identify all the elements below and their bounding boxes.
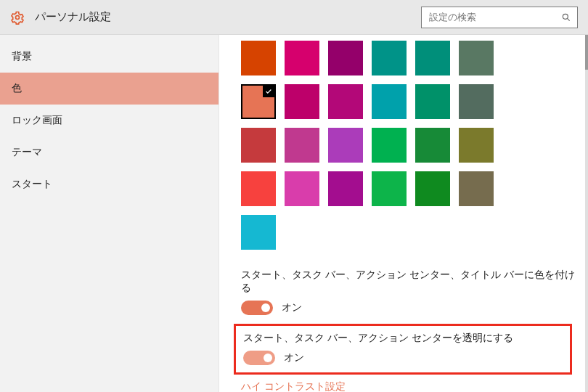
color-swatch[interactable] bbox=[285, 171, 319, 206]
setting-transparent-label: スタート、タスク バー、アクション センターを透明にする bbox=[243, 332, 570, 345]
sidebar-item-4[interactable]: スタート bbox=[0, 168, 219, 200]
toggle-colorize-state: オン bbox=[282, 301, 302, 314]
toggle-transparent[interactable]: オン bbox=[243, 351, 570, 365]
sidebar-item-0[interactable]: 背景 bbox=[0, 41, 219, 73]
color-swatch[interactable] bbox=[372, 128, 407, 163]
color-swatch[interactable] bbox=[328, 171, 363, 206]
gear-icon bbox=[10, 10, 25, 25]
color-swatch[interactable] bbox=[328, 84, 363, 119]
color-swatch[interactable] bbox=[285, 41, 319, 75]
titlebar: パーソナル設定 bbox=[0, 0, 588, 35]
color-swatch[interactable] bbox=[415, 41, 450, 75]
sidebar-item-2[interactable]: ロック画面 bbox=[0, 105, 219, 136]
search-box[interactable] bbox=[421, 7, 578, 28]
svg-point-0 bbox=[16, 15, 20, 19]
setting-colorize-label: スタート、タスク バー、アクション センター、タイトル バーに色を付ける bbox=[241, 269, 584, 295]
color-swatch[interactable] bbox=[285, 128, 319, 163]
color-swatch[interactable] bbox=[372, 84, 407, 119]
toggle-transparent-state: オン bbox=[284, 351, 304, 364]
color-swatch[interactable] bbox=[415, 84, 450, 119]
scrollbar-thumb[interactable] bbox=[585, 35, 588, 70]
color-swatch[interactable] bbox=[459, 171, 494, 206]
svg-line-2 bbox=[567, 18, 569, 20]
color-swatch[interactable] bbox=[328, 41, 363, 75]
color-swatch[interactable] bbox=[241, 128, 276, 163]
search-icon bbox=[561, 12, 571, 23]
color-swatch[interactable] bbox=[241, 215, 276, 250]
color-swatch[interactable] bbox=[459, 84, 494, 119]
high-contrast-link[interactable]: ハイ コントラスト設定 bbox=[241, 380, 584, 392]
color-swatch[interactable] bbox=[415, 171, 450, 206]
color-swatch[interactable] bbox=[372, 171, 407, 206]
color-swatch[interactable] bbox=[372, 41, 407, 75]
sidebar-item-1[interactable]: 色 bbox=[0, 73, 219, 105]
highlight-box: スタート、タスク バー、アクション センターを透明にする オン bbox=[234, 324, 572, 375]
svg-point-1 bbox=[563, 14, 568, 19]
page-title: パーソナル設定 bbox=[35, 10, 111, 24]
scrollbar[interactable] bbox=[585, 35, 588, 392]
color-swatch-grid bbox=[219, 35, 584, 258]
toggle-colorize[interactable]: オン bbox=[241, 301, 584, 315]
search-input[interactable] bbox=[428, 11, 561, 23]
check-icon bbox=[263, 86, 274, 97]
color-swatch[interactable] bbox=[459, 128, 494, 163]
color-swatch[interactable] bbox=[241, 171, 276, 206]
color-swatch[interactable] bbox=[241, 84, 276, 119]
color-swatch[interactable] bbox=[285, 84, 319, 119]
color-swatch[interactable] bbox=[459, 41, 494, 75]
color-swatch[interactable] bbox=[241, 41, 276, 75]
sidebar-item-3[interactable]: テーマ bbox=[0, 136, 219, 168]
color-swatch[interactable] bbox=[328, 128, 363, 163]
color-swatch[interactable] bbox=[415, 128, 450, 163]
setting-colorize: スタート、タスク バー、アクション センター、タイトル バーに色を付ける オン bbox=[219, 258, 584, 315]
sidebar: 背景色ロック画面テーマスタート bbox=[0, 35, 219, 392]
main-panel: スタート、タスク バー、アクション センター、タイトル バーに色を付ける オン … bbox=[219, 35, 588, 392]
